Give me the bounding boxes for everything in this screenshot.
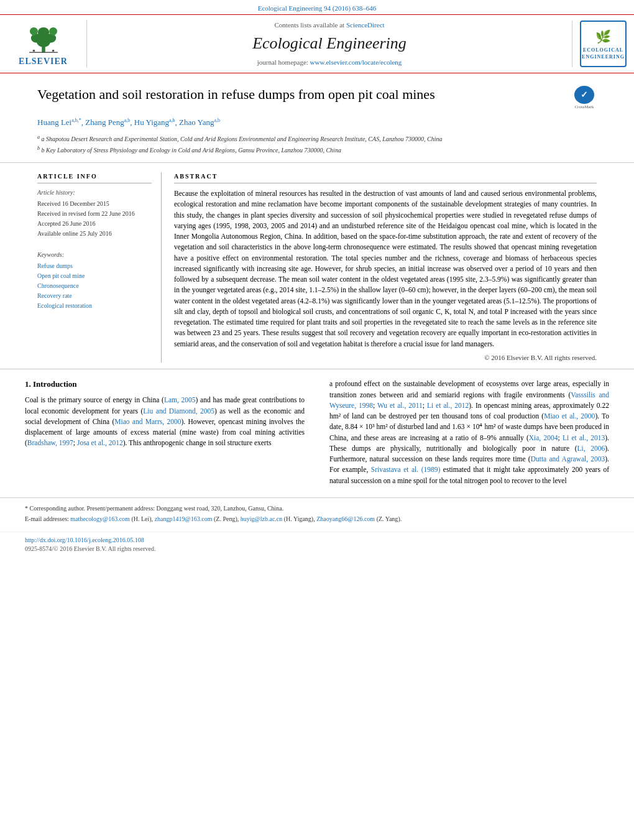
affiliation-b: b b Key Laboratory of Stress Physiology … [37, 145, 597, 155]
crossmark: ✓ CrossMark [572, 86, 597, 111]
ref-miao-2000[interactable]: Miao et al., 2000 [544, 412, 595, 420]
keyword-1: Refuse dumps [37, 262, 152, 270]
abstract-section: ABSTRACT Because the exploitation of min… [174, 172, 597, 362]
svg-point-8 [32, 50, 35, 52]
received-date: Received 16 December 2015 [37, 200, 152, 208]
ref-liu-diamond[interactable]: Liu and Diamond, 2005 [143, 407, 214, 415]
email3-link[interactable]: huyig@lzb.ac.cn [241, 515, 283, 522]
elsevier-logo: ELSEVIER [19, 20, 68, 68]
email2-link[interactable]: zhangp1419@163.com [155, 515, 213, 522]
keyword-4: Recovery rate [37, 292, 152, 300]
ref-vasssilis[interactable]: Vasssilis and Wyseure, 1998 [329, 391, 609, 409]
keyword-5: Ecological restoration [37, 302, 152, 310]
intro-heading: 1. Introduction [25, 379, 305, 390]
ref-li-2006[interactable]: Li, 2006 [577, 445, 605, 452]
abstract-text: Because the exploitation of mineral reso… [174, 188, 597, 349]
corresponding-author-note: * Corresponding author. Present/permanen… [25, 505, 283, 512]
history-label: Article history: [37, 188, 152, 197]
homepage-link[interactable]: www.elsevier.com/locate/ecoleng [310, 58, 402, 66]
svg-point-6 [49, 27, 57, 35]
badge-line1: ECOLOGICAL [583, 47, 623, 53]
abstract-heading: ABSTRACT [174, 172, 597, 183]
email2-name: Z. Peng [216, 515, 235, 522]
email3-name: H. Yigang [286, 515, 311, 522]
annually-text: annually [499, 434, 524, 441]
issn-copyright: 0925-8574/© 2016 Elsevier B.V. All right… [25, 545, 155, 552]
ref-josa[interactable]: Josa et al., 2012 [77, 439, 123, 446]
journal-issue-text: Ecological Engineering 94 (2016) 638–646 [258, 4, 377, 12]
elsevier-logo-section: ELSEVIER [6, 20, 87, 68]
authors-line: Huang Leia,b,*, Zhang Penga,b, Hu Yigang… [37, 117, 597, 129]
sciencedirect-link[interactable]: ScienceDirect [346, 21, 385, 29]
author-zhao[interactable]: Zhao Yang [179, 118, 214, 127]
svg-point-5 [30, 27, 38, 35]
intro-para1: Coal is the primary source of energy in … [25, 395, 305, 448]
homepage-row: journal homepage: www.elsevier.com/locat… [99, 58, 559, 67]
ref-miao-marrs[interactable]: Miao and Marrs, 2000 [114, 418, 181, 425]
crossmark-label: CrossMark [574, 104, 594, 111]
keywords-list: Refuse dumps Open pit coal mine Chronose… [37, 262, 152, 310]
author-hu[interactable]: Hu Yigang [134, 118, 169, 127]
keywords-label: Keywords: [37, 251, 152, 259]
doi-link[interactable]: http://dx.doi.org/10.1016/j.ecoleng.2016… [25, 537, 144, 543]
footnote-emails: E-mail addresses: mathecology@163.com (H… [25, 515, 609, 524]
elsevier-wordmark: ELSEVIER [19, 55, 68, 68]
journal-title-section: Contents lists available at ScienceDirec… [87, 21, 572, 67]
ref-li-2012[interactable]: Li et al., 2012 [427, 402, 469, 409]
svg-point-4 [37, 27, 48, 37]
journal-citation: Ecological Engineering 94 (2016) 638–646 [0, 0, 634, 14]
ref-xia[interactable]: Xia, 2004 [529, 434, 558, 441]
author-huang[interactable]: Huang Lei [37, 118, 71, 127]
footnote-corresponding: * Corresponding author. Present/permanen… [25, 504, 609, 513]
ref-dutta[interactable]: Dutta and Agrawal, 2003 [531, 455, 605, 463]
email-label: E-mail addresses: [25, 515, 69, 522]
elsevier-tree-icon [22, 20, 65, 54]
received-revised-date: Received in revised form 22 June 2016 [37, 210, 152, 218]
journal-title: Ecological Engineering [99, 32, 559, 55]
article-header: Vegetation and soil restoration in refus… [0, 73, 634, 163]
article-info-heading: ARTICLE INFO [37, 172, 152, 183]
keyword-3: Chronosequence [37, 282, 152, 290]
journal-header: ELSEVIER Contents lists available at Sci… [0, 14, 634, 73]
journal-badge-section: 🌿 ECOLOGICAL ENGINEERING [572, 21, 628, 67]
ref-wu[interactable]: Wu et al., 2011 [377, 402, 423, 409]
main-content: 1. Introduction Coal is the primary sour… [0, 369, 634, 497]
email1-name: H. Lei [134, 515, 150, 522]
affiliation-a: a a Shapotou Desert Research and Experim… [37, 134, 597, 144]
article-title: Vegetation and soil restoration in refus… [37, 86, 572, 104]
ref-lam[interactable]: Lam, 2005 [164, 396, 196, 404]
article-info-abstract: ARTICLE INFO Article history: Received 1… [0, 163, 634, 369]
title-row: Vegetation and soil restoration in refus… [37, 86, 597, 111]
ref-srivastava[interactable]: Srivastava et al. (1989) [371, 466, 441, 473]
badge-line2: ENGINEERING [582, 53, 625, 60]
column-left: 1. Introduction Coal is the primary sour… [25, 379, 311, 491]
svg-point-9 [52, 50, 54, 52]
author-zhang[interactable]: Zhang Peng [85, 118, 124, 127]
footnotes-section: * Corresponding author. Present/permanen… [0, 497, 634, 532]
badge-icon: 🌿 [595, 28, 611, 45]
bottom-bar: http://dx.doi.org/10.1016/j.ecoleng.2016… [0, 532, 634, 557]
accepted-date: Accepted 26 June 2016 [37, 219, 152, 228]
crossmark-icon: ✓ [574, 86, 594, 104]
contents-text: Contents lists available at ScienceDirec… [99, 21, 559, 30]
email4-name: Z. Yang [379, 515, 398, 522]
intro-para2: a profound effect on the sustainable dev… [329, 379, 609, 486]
article-info-section: ARTICLE INFO Article history: Received 1… [37, 172, 162, 362]
email4-link[interactable]: Zhaoyang66@126.com [316, 515, 375, 522]
ref-bradshaw[interactable]: Bradshaw, 1997 [27, 439, 73, 446]
available-date: Available online 25 July 2016 [37, 229, 152, 238]
email1-link[interactable]: mathecology@163.com [70, 515, 130, 522]
keyword-2: Open pit coal mine [37, 272, 152, 280]
ref-li-2013[interactable]: Li et al., 2013 [563, 434, 605, 441]
copyright-text: © 2016 Elsevier B.V. All rights reserved… [174, 353, 597, 362]
column-right: a profound effect on the sustainable dev… [323, 379, 609, 491]
journal-badge: 🌿 ECOLOGICAL ENGINEERING [580, 21, 627, 67]
